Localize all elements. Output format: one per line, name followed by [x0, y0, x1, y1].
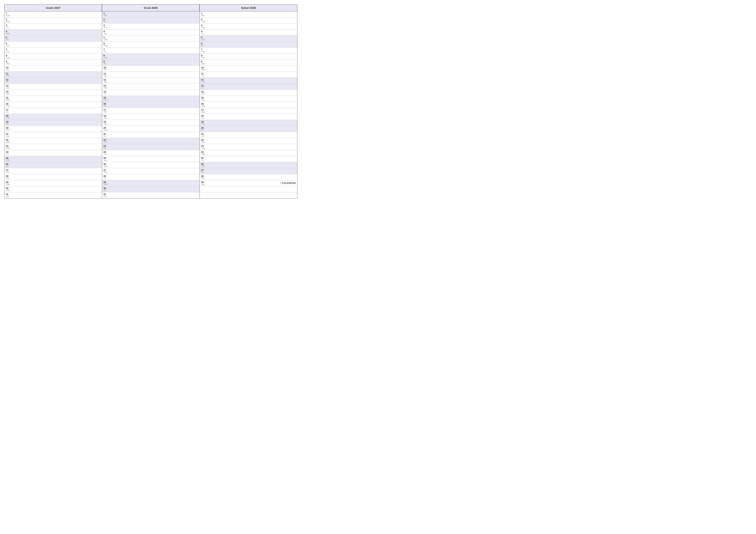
day-label: 5PZ	[6, 36, 14, 41]
day-label: 18CU	[201, 114, 209, 119]
day-name: PZ	[6, 39, 14, 41]
day-row: 21CU	[102, 132, 200, 138]
month-col-ocak-2028: Ocak 20281CTS2PZ3PZT4SAL5ÇRŞ6PRŞ7CU8CTS9…	[102, 5, 200, 198]
day-label: 20PRŞ	[103, 127, 111, 131]
day-row: 3PZT	[102, 23, 200, 30]
day-row: 29CTS	[102, 180, 200, 186]
day-name: SAL	[202, 15, 209, 16]
day-name: PZT	[104, 111, 111, 113]
day-name: ÇRŞ	[202, 63, 209, 65]
day-label: 25SAL	[103, 157, 111, 161]
day-row: 11CU	[200, 72, 297, 78]
day-label: 2PZ	[103, 18, 111, 23]
day-row: 21PZT	[200, 132, 297, 138]
day-name: CU	[202, 117, 209, 119]
month-header-subat-2028: Şubat 2028	[200, 5, 297, 12]
month-header-ocak-2028: Ocak 2028	[102, 5, 200, 12]
day-name: PRŞ	[104, 172, 111, 173]
day-name: CTS	[6, 75, 14, 77]
day-row: 14SAL	[5, 90, 102, 96]
day-label: 27PZ	[201, 169, 209, 173]
day-row: 23ÇRŞ	[200, 144, 297, 150]
day-row: 2PRŞ	[5, 17, 102, 23]
day-name: PZ	[202, 45, 209, 47]
day-name: PRŞ	[6, 190, 14, 191]
day-row: 5PZ	[5, 36, 102, 41]
day-row: 6PZT	[5, 41, 102, 48]
day-name: PRŞ	[202, 154, 209, 155]
day-label: 26CTS	[201, 163, 209, 167]
day-name: CTS	[202, 123, 209, 125]
day-label: 22ÇRŞ	[6, 139, 14, 143]
day-label: 18CTS	[6, 114, 14, 119]
day-row: 30PZ	[102, 186, 200, 192]
day-row: 20PZT	[5, 126, 102, 132]
day-row: 24CU	[5, 150, 102, 156]
day-name: PZ	[202, 87, 209, 89]
day-row: 15CTS	[102, 96, 200, 102]
day-row: 17CU	[5, 108, 102, 114]
day-row: 19ÇRŞ	[102, 120, 200, 126]
month-col-subat-2028: Şubat 20281SAL2ÇRŞ3PRŞ4CU5CTS6PZ7PZT8SAL…	[200, 5, 297, 198]
day-row: 12ÇRŞ	[102, 78, 200, 84]
day-label: 24PRŞ	[201, 151, 209, 155]
day-row: 9PRŞ	[5, 60, 102, 66]
day-label: 26PZ	[6, 163, 14, 167]
day-label: 16PZ	[103, 103, 111, 107]
day-label: 14SAL	[6, 90, 14, 95]
day-name: PZT	[104, 69, 111, 71]
day-name: SAL	[202, 141, 209, 143]
day-row: 31PZT	[102, 192, 200, 198]
day-name: CU	[6, 196, 14, 198]
day-row: 28SAL	[5, 174, 102, 180]
day-label: 8ÇRŞ	[6, 54, 14, 59]
day-name: PZT	[6, 172, 14, 173]
day-name: PZT	[6, 129, 14, 131]
day-name: PZ	[202, 129, 209, 131]
day-label: 19ÇRŞ	[103, 120, 111, 125]
day-row: 29SAL7CALENDAR	[200, 180, 297, 186]
day-name: PZ	[104, 21, 111, 23]
day-name: PRŞ	[104, 45, 111, 47]
day-row: 17PZT	[102, 108, 200, 114]
day-row: 4SAL	[102, 30, 200, 36]
day-row: 3CU	[5, 23, 102, 30]
day-row: 7SAL	[5, 48, 102, 54]
day-name: CU	[202, 75, 209, 77]
month-col-aralik-2027: Aralık 20271ÇRŞ2PRŞ3CU4CTS5PZ6PZT7SAL8ÇR…	[5, 5, 102, 198]
day-row: 19CTS	[200, 120, 297, 126]
day-name: PZ	[202, 172, 209, 173]
day-label: 10PRŞ	[201, 66, 209, 71]
day-row: 2ÇRŞ	[200, 17, 297, 23]
day-label: 7PZT	[201, 48, 209, 53]
day-row: 22ÇRŞ	[5, 138, 102, 144]
day-row: 19PZ	[5, 120, 102, 126]
day-row: 26ÇRŞ	[102, 162, 200, 168]
day-name: PRŞ	[202, 27, 209, 29]
day-label: 23PZ	[103, 145, 111, 149]
day-label: 3CU	[6, 24, 14, 29]
brand-text: CALENDAR	[282, 182, 296, 184]
day-name: ÇRŞ	[6, 141, 14, 143]
day-label: 30PRŞ	[6, 187, 14, 191]
day-label: 12PZ	[6, 78, 14, 83]
day-name: PRŞ	[202, 69, 209, 71]
day-row: 26PZ	[5, 162, 102, 168]
day-label: 12ÇRŞ	[103, 78, 111, 83]
day-label: 4CU	[201, 30, 209, 35]
day-label: 29CTS	[103, 181, 111, 185]
day-row: 16PZ	[102, 102, 200, 108]
day-label: 16PRŞ	[6, 103, 14, 107]
day-name: PZT	[202, 51, 209, 53]
day-label: 6PZ	[201, 42, 209, 47]
day-name: SAL	[202, 184, 209, 185]
day-label: 21SAL	[6, 133, 14, 137]
day-name: SAL	[6, 51, 14, 53]
day-label: 8CTS	[103, 54, 111, 59]
month-header-aralik-2027: Aralık 2027	[5, 5, 102, 12]
day-row: 22CTS	[102, 138, 200, 144]
day-label: 31PZT	[103, 193, 111, 197]
day-name: ÇRŞ	[202, 147, 209, 149]
day-name: SAL	[6, 136, 14, 137]
day-row: 28PZT	[200, 174, 297, 180]
